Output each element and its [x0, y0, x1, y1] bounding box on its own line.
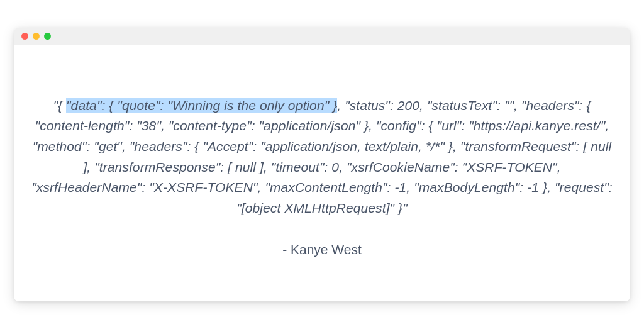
maximize-icon[interactable]	[44, 33, 51, 40]
window-content: "{ "data": { "quote": "Winning is the on…	[14, 45, 630, 301]
quote-highlight: "data": { "quote": "Winning is the only …	[66, 98, 337, 113]
close-icon[interactable]	[21, 33, 28, 40]
quote-attribution: - Kanye West	[31, 242, 613, 257]
quote-block: "{ "data": { "quote": "Winning is the on…	[31, 96, 613, 218]
window-titlebar	[14, 28, 630, 45]
minimize-icon[interactable]	[33, 33, 40, 40]
quote-prefix: "{	[53, 98, 66, 113]
code-window: "{ "data": { "quote": "Winning is the on…	[14, 28, 630, 301]
quote-suffix: , "status": 200, "statusText": "", "head…	[31, 98, 613, 215]
